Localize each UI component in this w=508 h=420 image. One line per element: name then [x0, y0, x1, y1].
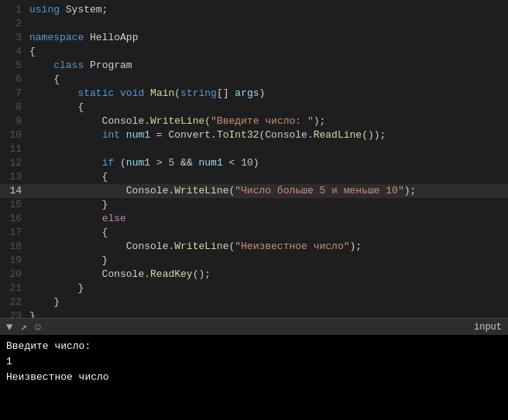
user-icon: ☺	[35, 321, 41, 333]
code-line: 17 {	[0, 226, 508, 240]
console-line: 1	[6, 355, 502, 369]
line-number: 13	[0, 170, 29, 184]
code-line: 19 }	[0, 254, 508, 268]
line-content: Console.WriteLine("Неизвестное число");	[29, 240, 508, 254]
line-number: 10	[0, 128, 29, 142]
line-number: 19	[0, 254, 29, 268]
line-content: if (num1 > 5 && num1 < 10)	[29, 156, 508, 170]
line-content: {	[29, 101, 508, 114]
line-content: Console.WriteLine("Введите число: ");	[29, 114, 508, 128]
code-line: 9 Console.WriteLine("Введите число: ");	[0, 114, 508, 128]
status-bar: ▼ ↗ ☺ input	[0, 318, 508, 335]
code-line: 23}	[0, 309, 508, 318]
line-number: 11	[0, 142, 29, 156]
line-number: 8	[0, 101, 29, 114]
code-line: 11	[0, 142, 508, 156]
line-content: {	[29, 73, 508, 87]
code-line: 7 static void Main(string[] args)	[0, 87, 508, 101]
line-number: 1	[0, 3, 29, 17]
code-line: 10 int num1 = Convert.ToInt32(Console.Re…	[0, 128, 508, 142]
line-content: Console.ReadKey();	[29, 268, 508, 282]
line-number: 21	[0, 282, 29, 295]
arrow-down-icon: ▼	[6, 321, 12, 333]
line-content: }	[29, 309, 508, 318]
console-output: Введите число:1Неизвестное число	[0, 335, 508, 420]
line-number: 3	[0, 31, 29, 45]
code-line: 4{	[0, 45, 508, 59]
code-line: 14 Console.WriteLine("Число больше 5 и м…	[0, 184, 508, 198]
line-content: }	[29, 198, 508, 212]
code-line: 12 if (num1 > 5 && num1 < 10)	[0, 156, 508, 170]
line-number: 5	[0, 59, 29, 73]
line-content: Console.WriteLine("Число больше 5 и мень…	[29, 184, 508, 198]
code-line: 8 {	[0, 101, 508, 114]
line-content: else	[29, 212, 508, 226]
line-content: }	[29, 282, 508, 295]
code-line: 6 {	[0, 73, 508, 87]
line-number: 14	[0, 184, 29, 198]
code-editor: 1using System;23namespace HelloApp4{5 cl…	[0, 0, 508, 318]
line-content: {	[29, 45, 508, 59]
line-number: 7	[0, 87, 29, 101]
code-line: 20 Console.ReadKey();	[0, 268, 508, 282]
line-content: class Program	[29, 59, 508, 73]
status-left: ▼ ↗ ☺	[6, 320, 41, 333]
line-number: 2	[0, 17, 29, 31]
line-content: int num1 = Convert.ToInt32(Console.ReadL…	[29, 128, 508, 142]
code-line: 21 }	[0, 282, 508, 295]
line-number: 4	[0, 45, 29, 59]
arrow-up-right-icon: ↗	[20, 320, 26, 333]
code-line: 22 }	[0, 295, 508, 309]
line-number: 15	[0, 198, 29, 212]
code-line: 5 class Program	[0, 59, 508, 73]
line-number: 18	[0, 240, 29, 254]
code-line: 1using System;	[0, 3, 508, 17]
line-number: 9	[0, 114, 29, 128]
line-number: 17	[0, 226, 29, 240]
line-number: 22	[0, 295, 29, 309]
line-number: 16	[0, 212, 29, 226]
line-content: {	[29, 226, 508, 240]
line-content: using System;	[29, 3, 508, 17]
line-content: {	[29, 170, 508, 184]
line-content: static void Main(string[] args)	[29, 87, 508, 101]
code-line: 3namespace HelloApp	[0, 31, 508, 45]
console-line: Неизвестное число	[6, 370, 502, 384]
code-line: 13 {	[0, 170, 508, 184]
code-line: 16 else	[0, 212, 508, 226]
status-input-label: input	[474, 322, 502, 333]
code-line: 15 }	[0, 198, 508, 212]
line-number: 12	[0, 156, 29, 170]
line-content: namespace HelloApp	[29, 31, 508, 45]
code-lines: 1using System;23namespace HelloApp4{5 cl…	[0, 0, 508, 318]
line-number: 6	[0, 73, 29, 87]
code-line: 2	[0, 17, 508, 31]
line-number: 20	[0, 268, 29, 282]
line-number: 23	[0, 309, 29, 318]
console-line: Введите число:	[6, 340, 502, 353]
line-content: }	[29, 295, 508, 309]
code-line: 18 Console.WriteLine("Неизвестное число"…	[0, 240, 508, 254]
line-content: }	[29, 254, 508, 268]
